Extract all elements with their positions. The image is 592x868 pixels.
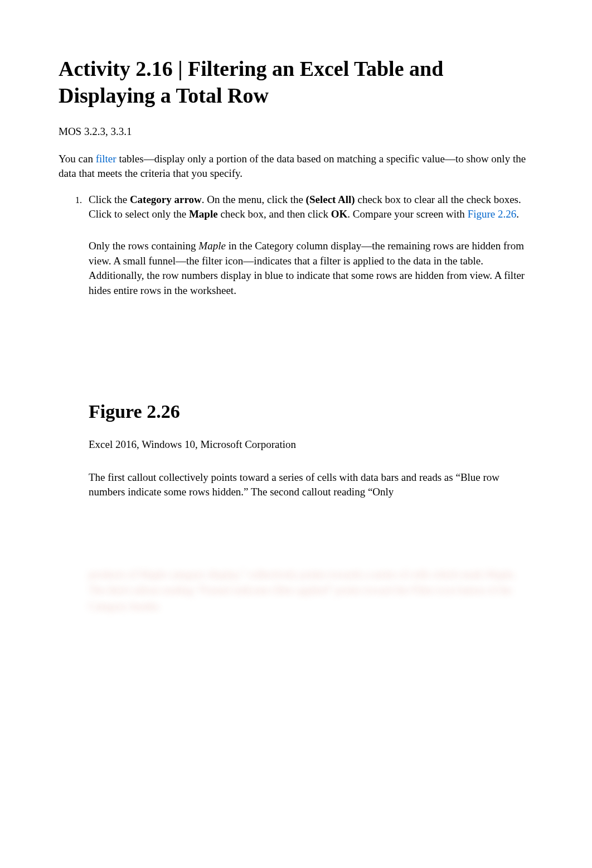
figure-title: Figure 2.26 bbox=[89, 398, 533, 425]
intro-paragraph: You can filter tables—display only a por… bbox=[59, 152, 533, 181]
figure-caption: Excel 2016, Windows 10, Microsoft Corpor… bbox=[89, 437, 533, 452]
mos-reference: MOS 3.2.3, 3.3.1 bbox=[59, 124, 533, 139]
step-bold-maple: Maple bbox=[189, 208, 218, 220]
result-text: Only the rows containing bbox=[89, 240, 198, 252]
intro-suffix: tables—display only a portion of the dat… bbox=[59, 153, 526, 180]
filter-link[interactable]: filter bbox=[96, 153, 117, 165]
result-italic-maple: Maple bbox=[198, 240, 226, 252]
step-text: . On the menu, click the bbox=[202, 194, 306, 205]
step-body: Click the Category arrow. On the menu, c… bbox=[89, 192, 533, 222]
figure-description: The first callout collectively points to… bbox=[89, 470, 533, 500]
result-paragraph: Only the rows containing Maple in the Ca… bbox=[89, 239, 533, 298]
figure-section: Figure 2.26 Excel 2016, Windows 10, Micr… bbox=[89, 398, 533, 614]
step-bold-selectall: (Select All) bbox=[306, 194, 355, 205]
figure-link[interactable]: Figure 2.26 bbox=[468, 208, 517, 220]
step-text: . Compare your screen with bbox=[347, 208, 467, 220]
step-text: Click the bbox=[89, 194, 130, 205]
step-list: Click the Category arrow. On the menu, c… bbox=[59, 192, 533, 614]
step-bold-category: Category arrow bbox=[130, 194, 202, 205]
step-item: Click the Category arrow. On the menu, c… bbox=[89, 192, 533, 614]
blurred-content: products of Maple category display,” col… bbox=[89, 567, 533, 615]
page-title: Activity 2.16 | Filtering an Excel Table… bbox=[59, 56, 533, 109]
step-text: check box, and then click bbox=[218, 208, 331, 220]
step-text: . bbox=[516, 208, 519, 220]
intro-prefix: You can bbox=[59, 153, 96, 165]
step-bold-ok: OK bbox=[331, 208, 348, 220]
